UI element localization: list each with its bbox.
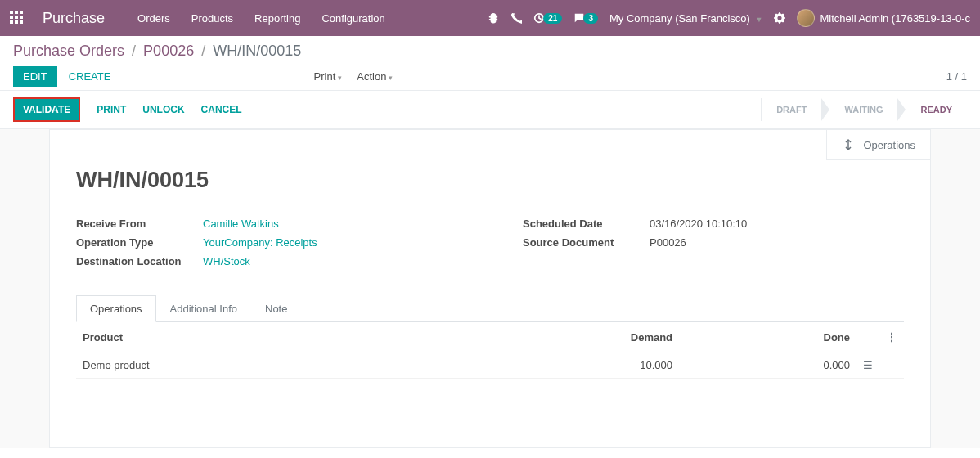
settings-icon[interactable] [774, 12, 785, 24]
status-ready[interactable]: READY [906, 98, 967, 121]
tab-additional-info[interactable]: Additional Info [156, 295, 251, 322]
breadcrumb-root[interactable]: Purchase Orders [13, 43, 124, 59]
scheduled-label: Scheduled Date [523, 218, 650, 230]
company-selector[interactable]: My Company (San Francisco) ▼ [609, 12, 763, 25]
column-menu-icon[interactable]: ⋮ [886, 330, 897, 344]
detail-icon[interactable]: ☰ [863, 359, 873, 371]
main-navbar: Purchase Orders Products Reporting Confi… [0, 0, 980, 36]
receive-from-label: Receive From [76, 218, 203, 230]
cancel-button[interactable]: CANCEL [201, 104, 242, 115]
status-bar: VALIDATE PRINT UNLOCK CANCEL DRAFT WAITI… [0, 90, 980, 129]
nav-configuration[interactable]: Configuration [321, 12, 384, 25]
print-button[interactable]: PRINT [97, 104, 126, 115]
nav-menu: Orders Products Reporting Configuration [137, 12, 385, 25]
table-row[interactable]: Demo product 10.000 0.000 ☰ [76, 352, 904, 379]
col-done[interactable]: Done [679, 322, 856, 352]
operations-stat-button[interactable]: Operations [826, 129, 931, 160]
updown-arrow-icon [842, 138, 855, 151]
destination-value[interactable]: WH/Stock [203, 255, 250, 267]
source-value: P00026 [650, 236, 686, 249]
bug-icon[interactable] [488, 12, 499, 24]
activity-icon[interactable]: 21 [533, 12, 562, 24]
breadcrumb-current: WH/IN/00015 [213, 43, 301, 59]
status-waiting[interactable]: WAITING [829, 98, 897, 121]
cell-demand: 10.000 [433, 352, 679, 379]
destination-label: Destination Location [76, 255, 203, 267]
record-title: WH/IN/00015 [76, 168, 904, 193]
control-bar: Purchase Orders / P00026 / WH/IN/00015 E… [0, 36, 980, 90]
breadcrumb: Purchase Orders / P00026 / WH/IN/00015 [13, 43, 967, 60]
tabs: Operations Additional Info Note [76, 295, 904, 322]
form-sheet: Operations WH/IN/00015 Receive From Cami… [49, 129, 931, 448]
nav-products[interactable]: Products [191, 12, 233, 25]
col-demand[interactable]: Demand [433, 322, 679, 352]
status-steps: DRAFT WAITING READY [761, 98, 967, 121]
receive-from-value[interactable]: Camille Watkins [203, 218, 279, 230]
operations-stat-label: Operations [863, 139, 915, 151]
tab-operations[interactable]: Operations [76, 295, 156, 322]
pager[interactable]: 1 / 1 [946, 70, 967, 83]
operations-table: Product Demand Done ⋮ Demo product 10.00… [76, 322, 904, 379]
operation-type-value[interactable]: YourCompany: Receipts [203, 236, 317, 249]
nav-reporting[interactable]: Reporting [254, 12, 300, 25]
discuss-icon[interactable]: 3 [573, 12, 598, 24]
status-draft[interactable]: DRAFT [761, 98, 821, 121]
nav-right: 21 3 My Company (San Francisco) ▼ Mitche… [488, 9, 970, 27]
action-dropdown[interactable]: Action▾ [357, 70, 393, 83]
form-grid: Receive From Camille Watkins Operation T… [76, 218, 904, 274]
print-dropdown[interactable]: Print▾ [314, 70, 343, 83]
source-label: Source Document [523, 236, 650, 249]
cell-done: 0.000 [679, 352, 856, 379]
cell-product: Demo product [76, 352, 433, 379]
avatar [797, 9, 815, 27]
app-title[interactable]: Purchase [43, 10, 105, 27]
col-product[interactable]: Product [76, 322, 433, 352]
edit-row: EDIT CREATE Print▾ Action▾ 1 / 1 [13, 66, 967, 87]
tab-note[interactable]: Note [251, 295, 301, 322]
discuss-badge: 3 [583, 13, 598, 24]
operation-type-label: Operation Type [76, 236, 203, 249]
create-button[interactable]: CREATE [69, 70, 111, 83]
user-name: Mitchell Admin (1763519-13-0-c [820, 12, 970, 25]
user-menu[interactable]: Mitchell Admin (1763519-13-0-c [797, 9, 970, 27]
validate-button[interactable]: VALIDATE [13, 97, 80, 122]
activity-badge: 21 [543, 13, 562, 24]
nav-orders[interactable]: Orders [137, 12, 170, 25]
apps-icon[interactable] [10, 11, 25, 25]
phone-icon[interactable] [510, 12, 522, 24]
edit-button[interactable]: EDIT [13, 66, 57, 87]
scheduled-value: 03/16/2020 10:10:10 [650, 218, 747, 230]
breadcrumb-parent[interactable]: P00026 [143, 43, 194, 59]
unlock-button[interactable]: UNLOCK [142, 104, 184, 115]
